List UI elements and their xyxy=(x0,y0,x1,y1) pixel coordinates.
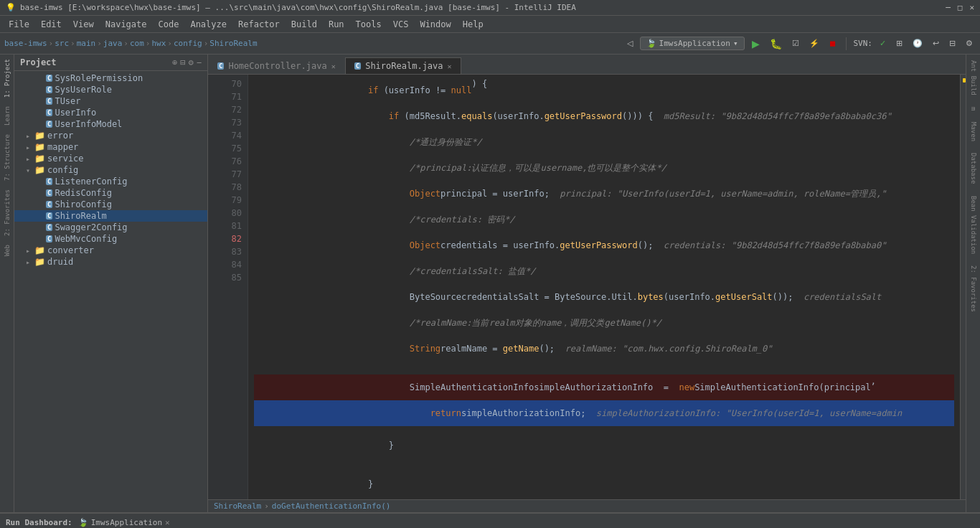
debug-button[interactable]: 🐛 xyxy=(767,37,785,51)
tab-shirorealm[interactable]: C ShiroRealm.java ✕ xyxy=(345,57,461,74)
sidebar-item-structure[interactable]: 7: Structure xyxy=(4,130,11,185)
tree-item-error[interactable]: ▸📁error xyxy=(14,130,207,141)
menu-refactor[interactable]: Refactor xyxy=(232,18,286,31)
tree-item-userinfomodel[interactable]: CUserInfoModel xyxy=(14,118,207,130)
breadcrumb-src[interactable]: src xyxy=(55,39,69,48)
breadcrumb-com[interactable]: com xyxy=(130,39,144,48)
run-config-selector[interactable]: 🍃 ImwsApplication ▾ xyxy=(640,37,745,50)
tab-homecontroller[interactable]: C HomeController.java ✕ xyxy=(208,57,345,74)
tree-label: mapper xyxy=(47,142,78,152)
editor-tabs: C HomeController.java ✕ C ShiroRealm.jav… xyxy=(208,55,966,75)
add-icon[interactable]: ⊕ xyxy=(172,57,177,67)
bean-validation-panel[interactable]: Bean Validation xyxy=(969,190,979,260)
tab-close-button[interactable]: ✕ xyxy=(448,62,452,70)
svn-revert-button[interactable]: ↩ xyxy=(930,37,942,50)
breadcrumb-project[interactable]: base-imws xyxy=(4,39,47,48)
menu-analyze[interactable]: Analyze xyxy=(184,18,232,31)
maximize-button[interactable]: □ xyxy=(958,3,963,12)
breadcrumb-config[interactable]: config xyxy=(174,39,202,48)
close-button[interactable]: ✕ xyxy=(969,3,974,12)
tree-label: ShiroConfig xyxy=(55,199,111,209)
titlebar-left: 💡 base-imws [E:\workspace\hwx\base-imws]… xyxy=(6,3,576,12)
sidebar-item-project[interactable]: 1: Project xyxy=(4,55,11,102)
favorites-panel[interactable]: 2: Favorites xyxy=(969,260,979,318)
tree-item-shiroconfig[interactable]: CShiroConfig xyxy=(14,199,207,210)
run-button[interactable]: ▶ xyxy=(749,37,763,51)
tree-item-webmvcconfig[interactable]: CWebMvcConfig xyxy=(14,233,207,245)
settings-icon[interactable]: ⚙ xyxy=(189,57,194,67)
tree-label: config xyxy=(47,165,78,175)
tree-item-converter[interactable]: ▸📁converter xyxy=(14,245,207,256)
menu-file[interactable]: File xyxy=(3,18,35,31)
close-run-icon[interactable]: ✕ xyxy=(165,518,170,527)
tree-item-redisconfig[interactable]: CRedisConfig xyxy=(14,187,207,199)
titlebar: 💡 base-imws [E:\workspace\hwx\base-imws]… xyxy=(0,0,980,16)
maven-panel[interactable]: Maven xyxy=(969,116,979,147)
profile-button[interactable]: ⚡ xyxy=(806,37,822,50)
sidebar-item-favorites[interactable]: 2: Favorites xyxy=(4,185,11,240)
sidebar-item-web[interactable]: Web xyxy=(4,240,11,260)
line-num-83: 83 xyxy=(222,245,242,258)
ant-build-panel[interactable]: Ant Build xyxy=(969,55,979,101)
code-line-77: /*credentialsSalt: 盐值*/ xyxy=(254,258,954,284)
stop-button[interactable]: ◼ xyxy=(826,37,839,50)
breadcrumb-java[interactable]: java xyxy=(103,39,123,48)
tree-item-sysrolepermission[interactable]: CSysRolePermission xyxy=(14,72,207,84)
tree-label: RedisConfig xyxy=(55,188,111,198)
svn-check-button[interactable]: ✓ xyxy=(877,37,889,50)
tree-item-druid[interactable]: ▸📁druid xyxy=(14,256,207,268)
menu-window[interactable]: Window xyxy=(414,18,456,31)
line-num-85: 85 xyxy=(222,271,242,284)
svn-history-button[interactable]: 🕐 xyxy=(910,37,925,50)
coverage-button[interactable]: ☑ xyxy=(789,37,802,50)
menu-edit[interactable]: Edit xyxy=(35,18,67,31)
tree-label: ShiroRealm xyxy=(55,211,106,221)
tree-expand-icon: ▸ xyxy=(26,132,34,140)
tree-item-listenerconfig[interactable]: CListenerConfig xyxy=(14,176,207,187)
menu-build[interactable]: Build xyxy=(286,18,323,31)
tree-item-shirorealm[interactable]: CShiroRealm xyxy=(14,210,207,222)
sidebar-item-learn[interactable]: Learn xyxy=(4,102,11,130)
breadcrumb-main[interactable]: main xyxy=(77,39,96,48)
breadcrumb-class[interactable]: ShiroRealm xyxy=(214,501,261,511)
menu-run[interactable]: Run xyxy=(323,18,350,31)
svn-commit-button[interactable]: ⊟ xyxy=(946,37,958,50)
maven-m-panel[interactable]: m xyxy=(969,101,979,116)
tab-label: ShiroRealm.java xyxy=(365,61,443,71)
class-icon: C xyxy=(46,235,52,242)
tab-close-button[interactable]: ✕ xyxy=(331,62,336,70)
code-content[interactable]: if (userInfo != null) { if (md5Result.eq… xyxy=(248,75,960,499)
tree-label: druid xyxy=(47,257,73,267)
menu-view[interactable]: View xyxy=(67,18,100,31)
folder-icon: 📁 xyxy=(34,257,45,267)
project-panel-header: Project ⊕ ⊟ ⚙ − xyxy=(14,55,207,71)
back-button[interactable]: ◁ xyxy=(624,37,636,50)
svn-diff-button[interactable]: ⊞ xyxy=(893,37,905,50)
breadcrumb-file[interactable]: ShiroRealm xyxy=(209,39,257,48)
line-num-84: 84 xyxy=(222,258,242,271)
breadcrumb-method[interactable]: doGetAuthenticationInfo() xyxy=(272,501,391,511)
line-num-75: 75 xyxy=(222,142,242,155)
tree-item-mapper[interactable]: ▸📁mapper xyxy=(14,141,207,153)
tree-item-tuser[interactable]: CTUser xyxy=(14,95,207,107)
breadcrumb-hwx[interactable]: hwx xyxy=(151,39,166,48)
tree-item-sysuserrole[interactable]: CSysUserRole xyxy=(14,84,207,95)
tree-item-swagger2config[interactable]: CSwagger2Config xyxy=(14,222,207,233)
menu-code[interactable]: Code xyxy=(153,18,185,31)
tree-item-service[interactable]: ▸📁service xyxy=(14,153,207,164)
tree-item-config[interactable]: ▾📁config xyxy=(14,164,207,176)
project-panel-title: Project xyxy=(20,57,57,67)
tree-item-userinfo[interactable]: CUserInfo xyxy=(14,107,207,118)
minimize-icon[interactable]: − xyxy=(197,57,202,67)
run-config-name: ImwsApplication xyxy=(659,39,730,48)
scroll-indicator xyxy=(960,75,966,499)
menu-tools[interactable]: Tools xyxy=(350,18,387,31)
collapse-all-icon[interactable]: ⊟ xyxy=(180,57,185,67)
database-panel[interactable]: Database xyxy=(969,147,979,189)
menu-navigate[interactable]: Navigate xyxy=(100,18,153,31)
menu-help[interactable]: Help xyxy=(457,18,489,31)
code-line-83: return simpleAuthorizationInfo; simpleAu… xyxy=(254,400,954,426)
svn-settings-button[interactable]: ⚙ xyxy=(963,37,976,50)
menu-vcs[interactable]: VCS xyxy=(387,18,415,31)
minimize-button[interactable]: ─ xyxy=(946,3,951,12)
